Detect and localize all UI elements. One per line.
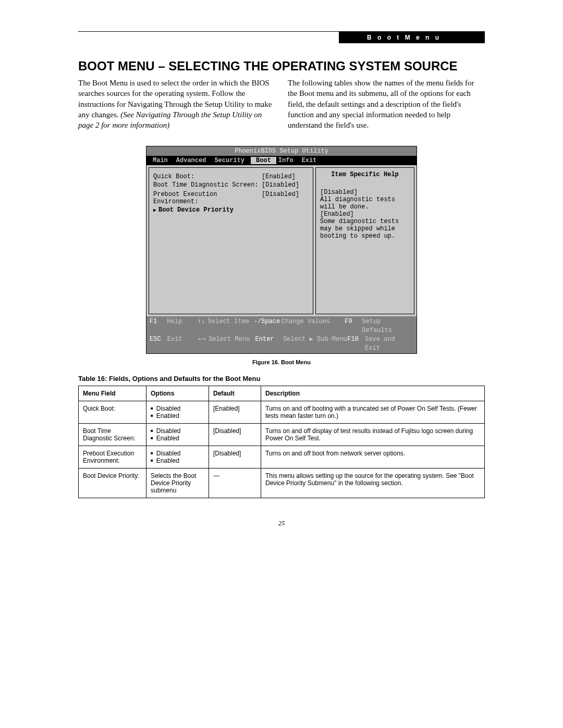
submenu-label: Boot Device Priority <box>153 206 309 214</box>
header-badge: B o o t M e n u <box>339 32 485 43</box>
help-line-6: may be skipped while <box>320 225 410 232</box>
bios-row-diagscreen[interactable]: Boot Time Diagnostic Screen: [Disabled] <box>153 181 309 189</box>
bios-main-panel: Quick Boot: [Enabled] Boot Time Diagnost… <box>149 167 313 314</box>
cell-default: [Disabled] <box>209 446 261 468</box>
help-line-4: [Enabled] <box>320 211 410 218</box>
label-select-menu: Select Menu <box>209 335 255 353</box>
opt: Enabled <box>151 457 204 464</box>
bios-row-pxe[interactable]: Preboot Execution Environment: [Disabled… <box>153 191 309 205</box>
label-exit: Exit <box>167 335 199 353</box>
page-number: 25 <box>78 519 485 527</box>
cell-desc: Turns on and off booting with a truncate… <box>261 401 485 424</box>
label-save: Save and Exit <box>365 335 413 353</box>
cell-field: Boot Device Priority: <box>79 468 146 498</box>
opt: Enabled <box>151 412 204 419</box>
table-row: Boot Device Priority: Selects the Boot D… <box>79 468 485 498</box>
cell-options: Disabled Enabled <box>146 401 209 424</box>
key-f9: F9 <box>345 317 362 335</box>
opt: Disabled <box>151 450 204 457</box>
bios-row-submenu[interactable]: Boot Device Priority <box>153 206 309 214</box>
help-line-0: [Disabled] <box>320 189 410 196</box>
help-line-2: will be done. <box>320 203 410 211</box>
table-title: Table 16: Fields, Options and Defaults f… <box>78 375 485 382</box>
opt: Disabled <box>151 405 204 412</box>
cell-desc: This menu allows setting up the source f… <box>261 468 485 498</box>
bios-title: PhoenixBIOS Setup Utility <box>146 146 417 156</box>
key-f1: F1 <box>150 317 167 335</box>
label: Preboot Execution Environment: <box>153 191 262 205</box>
col-options: Options <box>146 386 209 401</box>
bios-help-panel: Item Specific Help [Disabled] All diagno… <box>315 167 414 314</box>
bios-row-quickboot[interactable]: Quick Boot: [Enabled] <box>153 173 309 180</box>
cell-field: Preboot Execution Environment: <box>79 446 146 468</box>
col-menu-field: Menu Field <box>79 386 146 401</box>
col-description: Description <box>261 386 485 401</box>
key-enter: Enter <box>255 335 284 353</box>
bios-tab-exit[interactable]: Exit <box>300 157 323 164</box>
help-title: Item Specific Help <box>320 171 410 178</box>
intro-columns: The Boot Menu is used to select the orde… <box>78 78 485 130</box>
help-line-1: All diagnostic tests <box>320 196 410 203</box>
bios-screenshot: PhoenixBIOS Setup Utility Main Advanced … <box>146 146 417 354</box>
header-row: B o o t M e n u <box>78 32 485 43</box>
key-space: -/Space <box>254 317 282 335</box>
page: B o o t M e n u BOOT MENU – SELECTING TH… <box>0 0 563 559</box>
bios-footer: F1 Help ↑↓ Select Item -/Space Change Va… <box>146 316 417 353</box>
options-table: Menu Field Options Default Description Q… <box>78 386 485 498</box>
cell-desc: Turns on and off display of test results… <box>261 424 485 446</box>
opt: Enabled <box>151 435 204 442</box>
label-change-values: Change Values <box>282 317 345 335</box>
table-header-row: Menu Field Options Default Description <box>79 386 485 401</box>
cell-options: Selects the Boot Device Priority submenu <box>146 468 209 498</box>
value: [Disabled] <box>262 191 309 205</box>
label-submenu: Select ▶ Sub-Menu <box>283 335 347 353</box>
bios-tab-advanced[interactable]: Advanced <box>174 157 213 164</box>
col-default: Default <box>209 386 261 401</box>
value: [Disabled] <box>262 181 309 189</box>
cell-options: Disabled Enabled <box>146 424 209 446</box>
cell-desc: Turns on and off boot from network serve… <box>261 446 485 468</box>
figure-caption: Figure 16. Boot Menu <box>78 359 485 365</box>
help-line-7: booting to speed up. <box>320 232 410 240</box>
bios-body: Quick Boot: [Enabled] Boot Time Diagnost… <box>146 165 417 316</box>
cell-default: — <box>209 468 261 498</box>
cell-field: Quick Boot: <box>79 401 146 424</box>
intro-right: The following tables show the names of t… <box>288 78 485 130</box>
value: [Enabled] <box>262 173 309 180</box>
label-defaults: Setup Defaults <box>362 317 413 335</box>
bios-tab-main[interactable]: Main <box>151 157 174 164</box>
opt: Disabled <box>151 427 204 435</box>
bios-tab-security[interactable]: Security <box>212 157 251 164</box>
key-esc: ESC <box>150 335 167 353</box>
table-row: Preboot Execution Environment: Disabled … <box>79 446 485 468</box>
help-line-5: Some diagnostic tests <box>320 218 410 225</box>
cell-default: [Disabled] <box>209 424 261 446</box>
label: Boot Time Diagnostic Screen: <box>153 181 262 189</box>
label-help: Help <box>167 317 198 335</box>
page-title: BOOT MENU – SELECTING THE OPERATING SYST… <box>78 59 485 73</box>
bios-tab-info[interactable]: Info <box>276 157 300 164</box>
arrows-h-icon: ←→ <box>198 335 209 353</box>
cell-options: Disabled Enabled <box>146 446 209 468</box>
label-select-item: Select Item <box>208 317 254 335</box>
bios-tabs: Main Advanced Security Boot Info Exit <box>146 156 417 165</box>
key-f10: F10 <box>347 335 365 353</box>
label: Quick Boot: <box>153 173 262 180</box>
intro-left: The Boot Menu is used to select the orde… <box>78 78 275 130</box>
arrows-v-icon: ↑↓ <box>198 317 208 335</box>
cell-field: Boot Time Diagnostic Screen: <box>79 424 146 446</box>
cell-default: [Enabled] <box>209 401 261 424</box>
table-row: Boot Time Diagnostic Screen: Disabled En… <box>79 424 485 446</box>
table-row: Quick Boot: Disabled Enabled [Enabled] T… <box>79 401 485 424</box>
bios-tab-boot[interactable]: Boot <box>251 157 276 164</box>
